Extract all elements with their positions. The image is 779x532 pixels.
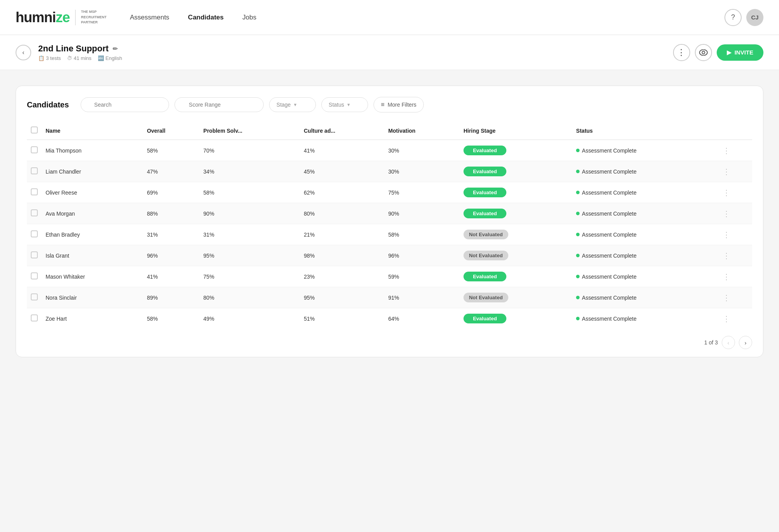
- invite-button[interactable]: ▶ INVITE: [717, 44, 763, 61]
- cell-stage: Not Evaluated: [460, 245, 572, 266]
- card-top: Candidates Stage ▼ Status ▼: [27, 97, 752, 112]
- row-actions-button[interactable]: ⋮: [723, 188, 730, 197]
- cell-row-actions: ⋮: [719, 182, 752, 203]
- row-checkbox-cell: [27, 245, 42, 266]
- logo-divider: [75, 10, 76, 25]
- status-label: Assessment Complete: [582, 211, 636, 217]
- cell-name: Mason Whitaker: [42, 266, 143, 287]
- row-actions-button[interactable]: ⋮: [723, 272, 730, 281]
- status-label: Assessment Complete: [582, 232, 636, 238]
- row-checkbox-cell: [27, 140, 42, 161]
- meta-time: ⏱ 41 mins: [67, 55, 92, 61]
- col-status: Status: [572, 122, 719, 140]
- stage-filter[interactable]: Stage ▼: [269, 97, 316, 112]
- cell-overall: 41%: [143, 266, 199, 287]
- meta-language: 🔤 English: [98, 55, 122, 61]
- row-checkbox-cell: [27, 224, 42, 245]
- preview-button[interactable]: [695, 44, 712, 61]
- status-dot: [576, 233, 580, 236]
- row-checkbox[interactable]: [31, 167, 38, 174]
- header-checkbox-cell: [27, 122, 42, 140]
- row-checkbox-cell: [27, 287, 42, 308]
- cell-row-actions: ⋮: [719, 203, 752, 224]
- status-label: Assessment Complete: [582, 169, 636, 175]
- nav-candidates[interactable]: Candidates: [188, 14, 224, 21]
- cell-culture: 98%: [300, 245, 384, 266]
- back-button[interactable]: ‹: [16, 45, 31, 60]
- row-checkbox-cell: [27, 161, 42, 182]
- time-icon: ⏱: [67, 55, 72, 61]
- col-culture: Culture ad...: [300, 122, 384, 140]
- prev-page-button[interactable]: ‹: [722, 336, 735, 349]
- header-left: ‹ 2nd Line Support ✏ 📋 3 tests ⏱ 41 mins…: [16, 44, 122, 61]
- cell-problem: 80%: [199, 287, 300, 308]
- cell-status: Assessment Complete: [572, 203, 719, 224]
- user-avatar[interactable]: CJ: [746, 9, 763, 26]
- table-row: Zoe Hart 58% 49% 51% 64% Evaluated Asses…: [27, 308, 752, 329]
- cell-row-actions: ⋮: [719, 140, 752, 161]
- cell-stage: Evaluated: [460, 203, 572, 224]
- cell-name: Nora Sinclair: [42, 287, 143, 308]
- page-title-group: 2nd Line Support ✏ 📋 3 tests ⏱ 41 mins 🔤…: [38, 44, 122, 61]
- row-checkbox[interactable]: [31, 272, 38, 279]
- svg-point-0: [700, 49, 707, 55]
- table-row: Mason Whitaker 41% 75% 23% 59% Evaluated…: [27, 266, 752, 287]
- row-actions-button[interactable]: ⋮: [723, 146, 730, 155]
- status-filter[interactable]: Status ▼: [321, 97, 368, 112]
- score-range-input[interactable]: [174, 97, 264, 112]
- nav-actions: ? CJ: [724, 9, 763, 26]
- row-checkbox[interactable]: [31, 230, 38, 237]
- row-actions-button[interactable]: ⋮: [723, 230, 730, 239]
- cell-name: Ava Morgan: [42, 203, 143, 224]
- status-label: Assessment Complete: [582, 295, 636, 301]
- table-body: Mia Thompson 58% 70% 41% 30% Evaluated A…: [27, 140, 752, 329]
- nav-links: Assessments Candidates Jobs: [130, 14, 724, 21]
- row-checkbox[interactable]: [31, 293, 38, 300]
- col-problem: Problem Solv...: [199, 122, 300, 140]
- cell-problem: 95%: [199, 245, 300, 266]
- table-row: Mia Thompson 58% 70% 41% 30% Evaluated A…: [27, 140, 752, 161]
- cell-culture: 80%: [300, 203, 384, 224]
- next-page-button[interactable]: ›: [739, 336, 752, 349]
- pagination-info: 1 of 3: [704, 339, 718, 346]
- cell-overall: 58%: [143, 140, 199, 161]
- row-checkbox[interactable]: [31, 146, 38, 153]
- options-button[interactable]: ⋮: [673, 44, 690, 61]
- cell-row-actions: ⋮: [719, 161, 752, 182]
- cell-name: Zoe Hart: [42, 308, 143, 329]
- row-actions-button[interactable]: ⋮: [723, 167, 730, 176]
- more-filters-button[interactable]: ≡ More Filters: [374, 97, 424, 112]
- cell-status: Assessment Complete: [572, 140, 719, 161]
- cell-problem: 70%: [199, 140, 300, 161]
- row-actions-button[interactable]: ⋮: [723, 251, 730, 260]
- nav-assessments[interactable]: Assessments: [130, 14, 169, 21]
- status-label: Assessment Complete: [582, 253, 636, 259]
- row-checkbox-cell: [27, 308, 42, 329]
- search-input[interactable]: [81, 97, 169, 112]
- cell-motivation: 75%: [384, 182, 460, 203]
- table-row: Ethan Bradley 31% 31% 21% 58% Not Evalua…: [27, 224, 752, 245]
- cell-problem: 49%: [199, 308, 300, 329]
- row-actions-button[interactable]: ⋮: [723, 209, 730, 218]
- row-actions-button[interactable]: ⋮: [723, 293, 730, 302]
- row-checkbox[interactable]: [31, 188, 38, 195]
- cell-culture: 23%: [300, 266, 384, 287]
- language-icon: 🔤: [98, 55, 104, 61]
- row-checkbox[interactable]: [31, 314, 38, 321]
- cell-status: Assessment Complete: [572, 245, 719, 266]
- row-checkbox-cell: [27, 266, 42, 287]
- help-button[interactable]: ?: [724, 9, 742, 26]
- status-label: Assessment Complete: [582, 274, 636, 280]
- cell-stage: Not Evaluated: [460, 224, 572, 245]
- edit-icon[interactable]: ✏: [113, 45, 118, 53]
- cell-motivation: 59%: [384, 266, 460, 287]
- select-all-checkbox[interactable]: [31, 126, 38, 133]
- table-row: Liam Chandler 47% 34% 45% 30% Evaluated …: [27, 161, 752, 182]
- row-actions-button[interactable]: ⋮: [723, 314, 730, 323]
- row-checkbox[interactable]: [31, 209, 38, 216]
- row-checkbox[interactable]: [31, 251, 38, 258]
- cell-row-actions: ⋮: [719, 224, 752, 245]
- status-dot: [576, 317, 580, 320]
- status-dot: [576, 170, 580, 173]
- nav-jobs[interactable]: Jobs: [242, 14, 256, 21]
